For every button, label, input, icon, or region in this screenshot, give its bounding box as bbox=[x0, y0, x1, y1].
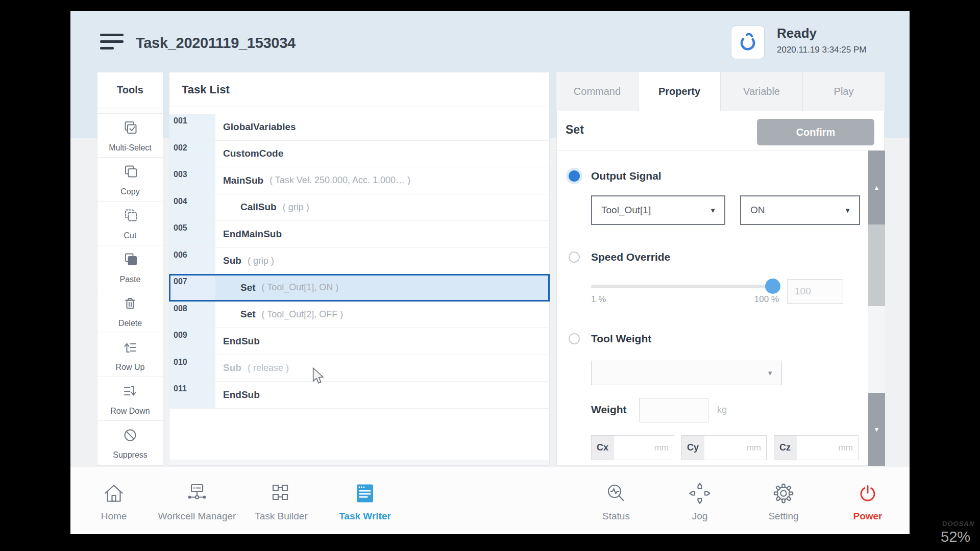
tool-weight-dropdown[interactable]: ▼ bbox=[591, 361, 782, 385]
task-list-row-010[interactable]: 010 Sub( release ) bbox=[169, 355, 549, 382]
scrollbar-track[interactable] bbox=[868, 306, 885, 393]
robot-icon bbox=[737, 30, 759, 55]
speed-slider-track[interactable] bbox=[591, 285, 773, 288]
chevron-down-icon: ▼ bbox=[709, 207, 716, 214]
suppress-icon bbox=[121, 427, 139, 444]
weight-unit: kg bbox=[717, 405, 727, 415]
cut-button[interactable]: Cut bbox=[97, 201, 163, 245]
doosan-watermark: DOOSAN bbox=[942, 520, 974, 528]
row-down-icon bbox=[121, 383, 139, 400]
row-number: 009 bbox=[169, 328, 215, 355]
slider-min-label: 1 % bbox=[591, 294, 606, 305]
copy-icon bbox=[121, 163, 139, 181]
tab-command[interactable]: Command bbox=[556, 72, 638, 111]
scrollbar-thumb[interactable] bbox=[868, 224, 885, 306]
output-signal-label: Output Signal bbox=[591, 170, 662, 182]
task-list-horizontal-scrollbar[interactable] bbox=[169, 460, 549, 465]
row-number: 002 bbox=[169, 141, 215, 167]
home-icon bbox=[102, 481, 126, 506]
panel-tabs: Command Property Variable Play bbox=[556, 72, 885, 111]
tool-weight-label: Tool Weight bbox=[591, 333, 651, 345]
delete-icon bbox=[121, 295, 139, 312]
chevron-down-icon: ▼ bbox=[767, 369, 773, 377]
task-list-rows: 001 GlobalVariables 002 CustomCode 003 M… bbox=[169, 114, 549, 409]
scroll-down-button[interactable]: ▼ bbox=[868, 393, 885, 466]
confirm-button[interactable]: Confirm bbox=[757, 119, 874, 145]
task-list-title: Task List bbox=[169, 72, 549, 107]
bottom-navigation: Home Workcell Manager Task Builder bbox=[70, 467, 910, 534]
row-number: 003 bbox=[169, 167, 215, 194]
cx-input[interactable]: Cx mm bbox=[591, 435, 674, 460]
nav-power[interactable]: Power bbox=[814, 467, 910, 522]
task-list-row-009[interactable]: 009 EndSub bbox=[169, 328, 549, 355]
robot-status: Ready bbox=[777, 26, 817, 41]
task-list-row-011[interactable]: 011 EndSub bbox=[169, 382, 549, 409]
copy-button[interactable]: Copy bbox=[97, 157, 163, 201]
paste-icon bbox=[121, 251, 139, 268]
task-list-row-002[interactable]: 002 CustomCode bbox=[169, 141, 549, 168]
tools-panel: Tools Multi-Select Copy Cut bbox=[97, 72, 163, 466]
task-list-row-003[interactable]: 003 MainSub( Task Vel. 250.000, Acc. 1.0… bbox=[169, 167, 549, 194]
property-content: Set Confirm Output Signal Tool_Out[1] ▼ … bbox=[556, 111, 885, 466]
multi-select-icon bbox=[121, 119, 139, 137]
row-up-button[interactable]: Row Up bbox=[97, 333, 163, 377]
row-number: 005 bbox=[169, 221, 215, 247]
task-list-panel: Task List 001 GlobalVariables 002 Custom… bbox=[169, 72, 550, 466]
cz-input[interactable]: Cz mm bbox=[774, 435, 859, 460]
property-panel: Command Property Variable Play Set Confi… bbox=[556, 72, 885, 466]
task-list-row-005[interactable]: 005 EndMainSub bbox=[169, 221, 549, 248]
row-number: 007 bbox=[169, 274, 215, 301]
output-signal-radio[interactable] bbox=[569, 170, 580, 182]
power-icon bbox=[855, 481, 880, 506]
chevron-down-icon: ▼ bbox=[844, 207, 851, 214]
task-title: Task_20201119_153034 bbox=[136, 35, 296, 52]
tab-property[interactable]: Property bbox=[638, 72, 720, 111]
tool-weight-radio[interactable] bbox=[569, 333, 580, 344]
row-number: 006 bbox=[169, 248, 215, 274]
tab-play[interactable]: Play bbox=[802, 72, 885, 111]
command-name: Set bbox=[566, 123, 584, 137]
robot-mode-button[interactable] bbox=[731, 26, 765, 59]
output-port-dropdown[interactable]: Tool_Out[1] ▼ bbox=[591, 195, 725, 225]
task-list-row-004[interactable]: 004 CallSub( grip ) bbox=[169, 194, 549, 221]
speed-override-radio[interactable] bbox=[569, 252, 580, 263]
status-icon bbox=[604, 481, 628, 506]
row-number: 004 bbox=[169, 194, 215, 221]
jog-icon bbox=[688, 481, 712, 506]
task-builder-icon bbox=[269, 481, 293, 506]
task-list-row-001[interactable]: 001 GlobalVariables bbox=[169, 114, 549, 141]
row-down-button[interactable]: Row Down bbox=[97, 377, 163, 420]
cy-input[interactable]: Cy mm bbox=[681, 435, 767, 460]
suppress-button[interactable]: Suppress bbox=[97, 420, 163, 464]
output-value-dropdown[interactable]: ON ▼ bbox=[740, 195, 860, 225]
slider-max-label: 100 % bbox=[730, 294, 779, 305]
status-timestamp: 2020.11.19 3:34:25 PM bbox=[777, 45, 867, 55]
tab-variable[interactable]: Variable bbox=[720, 72, 802, 111]
multi-select-button[interactable]: Multi-Select bbox=[97, 113, 163, 157]
screen-zoom-level: 52% bbox=[941, 529, 970, 545]
row-number: 011 bbox=[169, 382, 215, 408]
divider bbox=[557, 151, 884, 151]
speed-slider-handle[interactable] bbox=[765, 279, 780, 294]
speed-override-label: Speed Override bbox=[591, 251, 670, 263]
paste-button[interactable]: Paste bbox=[97, 245, 163, 289]
tools-panel-title: Tools bbox=[97, 72, 163, 108]
scroll-up-button[interactable]: ▲ bbox=[868, 151, 885, 224]
row-number: 010 bbox=[169, 355, 215, 382]
cut-icon bbox=[121, 207, 139, 224]
task-list-row-008[interactable]: 008 Set( Tool_Out[2], OFF ) bbox=[169, 302, 549, 329]
speed-value-input[interactable]: 100 bbox=[787, 279, 843, 304]
workcell-manager-icon bbox=[185, 481, 209, 506]
menu-icon[interactable] bbox=[100, 34, 124, 50]
setting-icon bbox=[771, 481, 796, 506]
weight-label: Weight bbox=[591, 404, 627, 416]
pendant-screen: Task_20201119_153034 Ready 2020.11.19 3:… bbox=[70, 11, 910, 534]
task-writer-icon bbox=[353, 481, 377, 506]
task-list-row-007-selected[interactable]: 007 Set( Tool_Out[1], ON ) bbox=[169, 274, 549, 302]
task-list-row-006[interactable]: 006 Sub( grip ) bbox=[169, 248, 549, 275]
delete-button[interactable]: Delete bbox=[97, 289, 163, 333]
weight-input[interactable] bbox=[639, 398, 708, 422]
row-number: 001 bbox=[169, 114, 215, 140]
nav-task-writer[interactable]: Task Writer bbox=[311, 467, 419, 522]
row-up-icon bbox=[121, 339, 139, 356]
